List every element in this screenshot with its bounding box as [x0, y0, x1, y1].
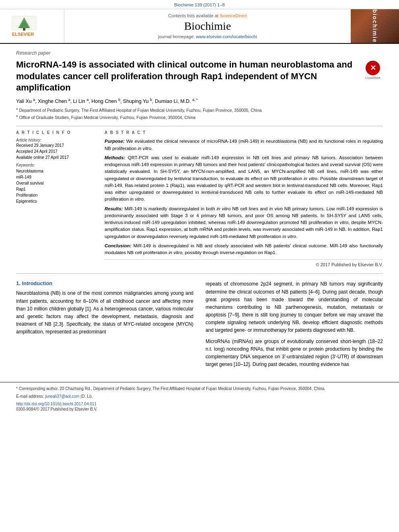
footer-section: * Corresponding author. 20 Chazhong Rd.,… [0, 382, 399, 415]
intro-left-col: 1. Introduction Neuroblastoma (NB) is on… [16, 280, 193, 372]
journal-brand-right: biochimie [351, 9, 399, 43]
purpose-text: We evaluated the clinical relevance of m… [105, 139, 383, 150]
svg-rect-3 [23, 28, 25, 31]
journal-header: ELSEVIER Contents lists available at Sci… [0, 9, 399, 44]
intro-title: 1. Introduction [16, 280, 193, 286]
available-online-date: Available online 27 April 2017 [16, 155, 97, 160]
crossmark-icon: ✕ [370, 64, 376, 72]
journal-homepage-line: journal homepage: www.elsevier.com/locat… [158, 34, 257, 39]
keyword-epigenetics: Epigenetics [16, 198, 97, 204]
journal-citation: Biochimie 139 (2017) 1–8 [174, 2, 224, 7]
title-section: MicroRNA-149 is associated with clinical… [16, 59, 383, 94]
article-info-abstract: A R T I C L E I N F O Article history: R… [16, 126, 383, 267]
corresponding-author-note: * Corresponding author. 20 Chazhong Rd.,… [16, 386, 383, 392]
footer-copyright: 0300-9084/© 2017 Published by Elsevier B… [16, 407, 383, 411]
email-address[interactable]: juneali37@aol.com [45, 394, 79, 398]
brand-text: biochimie [372, 9, 378, 43]
conclusion-text: MiR-149 is downregulated in NB and close… [105, 243, 383, 255]
authors-line: Yali Xu a, Xinghe Chen a, Li Lin a, Hong… [16, 98, 383, 104]
keywords-label: Keywords: [16, 163, 97, 167]
contents-available: Contents lists available at ScienceDirec… [168, 13, 247, 18]
email-line: E-mail address: juneali37@aol.com (D. Li… [16, 393, 383, 399]
affiliation-b: b Office of Graduate Studies, Fujian Med… [16, 114, 383, 120]
journal-center: Contents lists available at ScienceDirec… [64, 9, 351, 43]
homepage-url[interactable]: www.elsevier.com/locate/biochi [196, 34, 257, 39]
results-text: MiR-149 is markedly downregulated in bot… [105, 206, 383, 239]
methods-label: Methods: [105, 155, 128, 160]
keyword-rap1: Rap1 [16, 186, 97, 192]
section-divider [16, 273, 383, 274]
abstract-conclusion: Conclusion: MiR-149 is downregulated in … [105, 242, 383, 257]
abstract-header: A B S T R A C T [105, 130, 383, 135]
page: Biochimie 139 (2017) 1–8 ELSEVIER Conten… [0, 0, 399, 415]
sciencedirect-link[interactable]: ScienceDirect [220, 13, 247, 18]
intro-paragraph-1: Neuroblastoma (NB) is one of the most co… [16, 290, 193, 336]
journal-bar: Biochimie 139 (2017) 1–8 [0, 0, 399, 9]
article-info-col: A R T I C L E I N F O Article history: R… [16, 130, 97, 267]
crossmark-circle: ✕ [366, 61, 380, 75]
keyword-neuroblastoma: Neuroblastoma [16, 168, 97, 174]
article-info-header: A R T I C L E I N F O [16, 130, 97, 135]
article-title: MicroRNA-149 is associated with clinical… [16, 59, 359, 94]
journal-name: Biochimie [184, 20, 231, 33]
elsevier-logo-svg: ELSEVIER [10, 14, 54, 38]
abstract-purpose: Purpose: We evaluated the clinical relev… [105, 138, 383, 152]
abstract-results: Results: MiR-149 is markedly downregulat… [105, 205, 383, 240]
svg-text:ELSEVIER: ELSEVIER [12, 32, 34, 37]
keyword-mir149: miR-149 [16, 174, 97, 180]
intro-paragraph-3: MicroRNAs (miRNAs) are groups of evoluti… [206, 338, 383, 369]
received-date: Received 29 January 2017 [16, 143, 97, 148]
accepted-date: Accepted 24 April 2017 [16, 149, 97, 154]
main-content: Research paper MicroRNA-149 is associate… [0, 44, 399, 376]
abstract-col: A B S T R A C T Purpose: We evaluated th… [105, 130, 383, 267]
history-label: Article history: [16, 138, 97, 142]
elsevier-logo-area: ELSEVIER [0, 9, 64, 43]
email-suffix: (D. Li). [80, 394, 93, 398]
conclusion-label: Conclusion: [105, 243, 134, 248]
methods-text: QRT-PCR was used to evaluate miR-149 exp… [105, 155, 383, 202]
copyright-line: © 2017 Published by Elsevier B.V. [105, 259, 383, 267]
keyword-os: Overall survival [16, 180, 97, 186]
purpose-label: Purpose: [105, 139, 126, 144]
keyword-proliferation: Proliferation [16, 192, 97, 198]
affiliation-a: a Department of Pediatric Surgery, The F… [16, 107, 383, 113]
intro-right-col: repeats of chromosome 2p24 segment, in p… [206, 280, 383, 372]
doi-link[interactable]: http://dx.doi.org/10.1016/j.biochi.2017.… [16, 402, 383, 406]
article-type-label: Research paper [16, 50, 383, 56]
email-label: E-mail address: [16, 394, 44, 398]
results-label: Results: [105, 206, 124, 211]
crossmark-badge: ✕ CrossMark [363, 61, 383, 80]
introduction-section: 1. Introduction Neuroblastoma (NB) is on… [16, 280, 383, 372]
intro-paragraph-2: repeats of chromosome 2p24 segment, in p… [206, 280, 383, 334]
crossmark-label: CrossMark [365, 76, 381, 80]
abstract-methods: Methods: QRT-PCR was used to evaluate mi… [105, 154, 383, 203]
